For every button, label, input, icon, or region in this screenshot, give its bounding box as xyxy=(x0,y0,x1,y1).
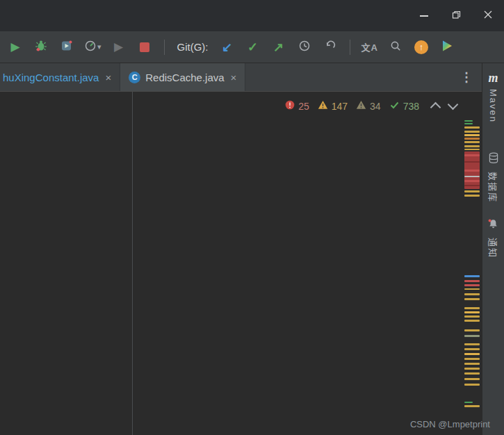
stripe-mark[interactable] xyxy=(464,134,480,136)
stripe-mark[interactable] xyxy=(464,402,473,403)
stripe-mark[interactable] xyxy=(464,185,480,186)
tab-rediscache[interactable]: C RedisCache.java × xyxy=(120,63,245,91)
stripe-mark[interactable] xyxy=(464,131,480,133)
close-button[interactable] xyxy=(472,0,504,31)
git-push-button[interactable]: ↗ xyxy=(270,38,287,56)
run-with-coverage-button[interactable] xyxy=(58,38,75,56)
colorful-run-button[interactable] xyxy=(439,38,455,56)
stripe-mark[interactable] xyxy=(464,311,480,313)
tab-close-icon[interactable]: × xyxy=(231,72,237,83)
maven-label: Maven xyxy=(488,89,498,123)
stripe-mark[interactable] xyxy=(464,126,480,129)
tab-close-icon[interactable]: × xyxy=(105,72,111,83)
upgrade-icon: ↑ xyxy=(414,40,428,54)
ide-window: ▶ xyxy=(0,0,504,435)
stripe-mark[interactable] xyxy=(464,280,480,282)
error-count: 25 xyxy=(298,101,309,112)
error-count-item[interactable]: 25 xyxy=(285,100,309,112)
stripe-mark[interactable] xyxy=(464,275,480,277)
minimize-button[interactable] xyxy=(408,0,440,31)
chevron-down-icon[interactable]: ▾ xyxy=(97,42,101,51)
stripe-mark[interactable] xyxy=(464,335,480,337)
bell-icon xyxy=(487,218,499,233)
stripe-mark[interactable] xyxy=(464,320,480,322)
stop-button[interactable] xyxy=(136,38,153,56)
stripe-mark[interactable] xyxy=(464,348,480,350)
stripe-mark[interactable] xyxy=(464,190,480,192)
profiler-button[interactable]: ▾ xyxy=(84,38,101,56)
stripe-mark[interactable] xyxy=(464,284,480,286)
stripe-mark[interactable] xyxy=(464,384,480,386)
stripe-mark[interactable] xyxy=(464,288,480,290)
stripe-mark[interactable] xyxy=(464,120,473,122)
passed-count-item[interactable]: 738 xyxy=(389,100,419,112)
stripe-mark[interactable] xyxy=(464,170,480,172)
warning-count-item[interactable]: 147 xyxy=(318,100,348,112)
stripe-mark[interactable] xyxy=(464,368,480,370)
maximize-button[interactable] xyxy=(440,0,472,31)
editor-splitter[interactable] xyxy=(132,92,133,435)
weak-warning-count-item[interactable]: 34 xyxy=(356,100,381,112)
stripe-mark[interactable] xyxy=(464,195,480,197)
git-update-button[interactable]: ↙ xyxy=(219,38,236,56)
toolbar-separator xyxy=(350,40,350,55)
stripe-mark[interactable] xyxy=(464,378,480,380)
stop-icon xyxy=(140,42,149,52)
run-button[interactable]: ▶ xyxy=(7,38,24,56)
run-disabled-icon: ▶ xyxy=(114,41,123,53)
error-icon xyxy=(285,100,295,112)
translate-button[interactable]: 文A xyxy=(361,38,378,56)
stripe-mark[interactable] xyxy=(464,358,480,360)
clock-icon xyxy=(298,40,311,55)
tab-huxingconstant[interactable]: huXingConstant.java × xyxy=(0,63,120,91)
upgrade-button[interactable]: ↑ xyxy=(413,38,430,56)
tabs-more-button[interactable]: ⋮ xyxy=(451,63,482,91)
maven-tool-button[interactable]: m Maven xyxy=(488,72,498,123)
editor-area[interactable] xyxy=(0,92,482,435)
stripe-mark[interactable] xyxy=(464,161,480,163)
stripe-mark[interactable] xyxy=(464,293,480,295)
stripe-mark[interactable] xyxy=(464,307,480,309)
stripe-mark[interactable] xyxy=(464,372,480,375)
stripe-mark[interactable] xyxy=(464,405,480,407)
push-arrow-icon: ↗ xyxy=(273,41,284,54)
content-area: huXingConstant.java × C RedisCache.java … xyxy=(0,63,504,435)
stripe-mark[interactable] xyxy=(464,180,480,182)
window-titlebar xyxy=(0,0,504,31)
stripe-mark[interactable] xyxy=(464,353,480,355)
stripe-mark[interactable] xyxy=(464,145,480,147)
stripe-mark[interactable] xyxy=(464,329,480,331)
stripe-mark[interactable] xyxy=(464,123,473,124)
stripe-mark[interactable] xyxy=(464,149,480,150)
database-tool-button[interactable]: 数据库 xyxy=(487,152,500,203)
stripe-mark[interactable] xyxy=(464,343,480,345)
stripe-mark[interactable] xyxy=(464,315,480,318)
close-icon xyxy=(483,10,493,22)
search-everywhere-button[interactable] xyxy=(387,38,404,56)
minimize-icon xyxy=(420,15,428,17)
restore-icon xyxy=(452,10,461,22)
stripe-mark[interactable] xyxy=(464,363,480,365)
next-problem-button chevron-down-icon[interactable] xyxy=(448,99,459,110)
warning-icon xyxy=(318,100,328,112)
weak-warning-count: 34 xyxy=(370,101,381,112)
check-icon xyxy=(389,100,400,112)
update-arrow-icon: ↙ xyxy=(222,41,232,54)
stripe-mark[interactable] xyxy=(464,141,480,143)
rollback-button[interactable] xyxy=(322,38,339,56)
up-arrow-glyph: ↑ xyxy=(419,42,424,52)
stripe-mark[interactable] xyxy=(464,176,480,177)
git-commit-button[interactable]: ✓ xyxy=(245,38,261,56)
toolbar-separator xyxy=(164,40,165,55)
stripe-mark[interactable] xyxy=(464,298,480,300)
tab-label: RedisCache.java xyxy=(145,72,224,83)
run-disabled-button[interactable]: ▶ xyxy=(111,38,127,56)
stripe-mark[interactable] xyxy=(464,138,480,140)
previous-problem-button chevron-up-icon[interactable] xyxy=(430,102,441,113)
coverage-icon xyxy=(60,40,73,55)
editor-main: 25 147 xyxy=(0,92,482,435)
stripe-mark[interactable] xyxy=(464,154,480,156)
debug-button[interactable] xyxy=(33,38,49,56)
history-button[interactable] xyxy=(296,38,313,56)
notifications-tool-button[interactable]: 通知 xyxy=(487,218,500,258)
